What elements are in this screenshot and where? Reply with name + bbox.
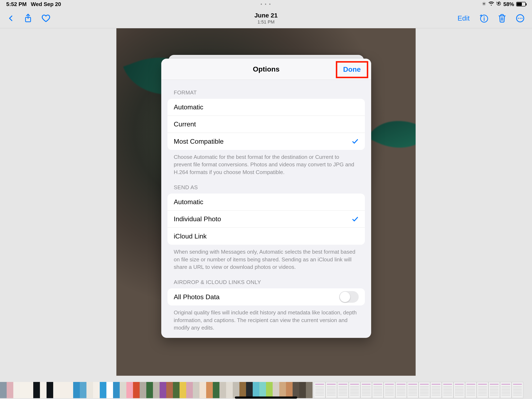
done-button[interactable]: Done — [339, 62, 365, 76]
thumbnail[interactable] — [13, 382, 20, 398]
info-button[interactable] — [479, 14, 488, 23]
thumbnail[interactable] — [418, 382, 430, 398]
thumbnail[interactable] — [106, 382, 113, 398]
thumbnail[interactable] — [213, 382, 219, 398]
status-right: 58% — [482, 1, 526, 7]
thumbnail[interactable] — [47, 382, 53, 398]
thumbnail[interactable] — [372, 382, 384, 398]
thumbnail[interactable] — [395, 382, 407, 398]
thumbnail[interactable] — [60, 382, 66, 398]
thumbnail[interactable] — [20, 382, 27, 398]
thumbnail[interactable] — [160, 382, 166, 398]
thumbnail[interactable] — [453, 382, 465, 398]
thumbnail-strip[interactable] — [0, 376, 532, 399]
thumbnail[interactable] — [0, 382, 7, 398]
thumbnail[interactable] — [80, 382, 86, 398]
thumbnail[interactable] — [337, 382, 349, 398]
thumbnail[interactable] — [246, 382, 253, 398]
thumbnail[interactable] — [266, 382, 273, 398]
thumbnail[interactable] — [279, 382, 286, 398]
thumbnail[interactable] — [512, 382, 523, 398]
thumbnail[interactable] — [66, 382, 73, 398]
row-label: Most Compatible — [174, 138, 224, 145]
thumbnail[interactable] — [206, 382, 213, 398]
delete-button[interactable] — [498, 14, 506, 23]
thumbnail[interactable] — [219, 382, 226, 398]
thumbnail[interactable] — [299, 382, 306, 398]
thumbnail[interactable] — [407, 382, 418, 398]
thumbnail[interactable] — [133, 382, 140, 398]
thumbnail[interactable] — [349, 382, 360, 398]
row-format-automatic[interactable]: Automatic — [167, 99, 365, 116]
thumbnail[interactable] — [430, 382, 442, 398]
thumbnail[interactable] — [200, 382, 206, 398]
thumbnail[interactable] — [360, 382, 372, 398]
thumbnail[interactable] — [442, 382, 453, 398]
thumbnail[interactable] — [465, 382, 477, 398]
thumbnail[interactable] — [166, 382, 173, 398]
thumbnail[interactable] — [153, 382, 160, 398]
orientation-lock-icon — [496, 1, 501, 7]
share-button[interactable] — [24, 13, 32, 23]
thumbnail[interactable] — [126, 382, 133, 398]
thumbnail[interactable] — [27, 382, 33, 398]
thumbnail[interactable] — [384, 382, 395, 398]
toggle-all-photos-data[interactable] — [339, 291, 359, 303]
photo-time: 1:51 PM — [254, 19, 278, 25]
row-sendas-individual-photo[interactable]: Individual Photo — [167, 211, 365, 228]
thumbnail[interactable] — [140, 382, 146, 398]
thumbnail[interactable] — [193, 382, 200, 398]
thumbnail[interactable] — [293, 382, 299, 398]
thumbnail[interactable] — [113, 382, 120, 398]
thumbnail[interactable] — [259, 382, 266, 398]
thumbnail[interactable] — [120, 382, 126, 398]
thumbnail[interactable] — [86, 382, 93, 398]
thumbnail[interactable] — [239, 382, 246, 398]
thumbnail[interactable] — [233, 382, 239, 398]
thumbnail[interactable] — [100, 382, 106, 398]
thumbnail[interactable] — [325, 382, 337, 398]
back-button[interactable] — [7, 14, 14, 23]
row-label: Individual Photo — [174, 215, 221, 223]
thumbnail[interactable] — [477, 382, 488, 398]
thumbnail[interactable] — [314, 382, 325, 398]
thumbnail[interactable] — [40, 382, 47, 398]
thumbnail[interactable] — [33, 382, 40, 398]
thumbnail[interactable] — [7, 382, 13, 398]
row-all-photos-data[interactable]: All Photos Data — [167, 288, 365, 305]
thumbnail[interactable] — [226, 382, 233, 398]
multitask-dots[interactable]: • • • — [261, 2, 271, 7]
thumbnail[interactable] — [286, 382, 293, 398]
thumbnail[interactable] — [500, 382, 512, 398]
edit-button[interactable]: Edit — [457, 14, 470, 22]
thumbnail[interactable] — [146, 382, 153, 398]
svg-point-8 — [521, 18, 522, 19]
thumbnail[interactable] — [173, 382, 180, 398]
more-button[interactable] — [516, 14, 525, 23]
battery-percent: 58% — [503, 1, 514, 7]
row-format-most-compatible[interactable]: Most Compatible — [167, 133, 365, 150]
section-footer-format: Choose Automatic for the best format for… — [161, 150, 371, 176]
row-label: Automatic — [174, 198, 203, 206]
thumbnail[interactable] — [488, 382, 500, 398]
thumbnail[interactable] — [73, 382, 80, 398]
status-left: 5:52 PM Wed Sep 20 — [6, 1, 61, 7]
thumbnail[interactable] — [53, 382, 60, 398]
thumbnail[interactable] — [180, 382, 186, 398]
photo-date-header[interactable]: June 21 1:51 PM — [254, 12, 278, 25]
favorite-button[interactable] — [42, 14, 50, 23]
thumbnail[interactable] — [186, 382, 193, 398]
row-sendas-icloud-link[interactable]: iCloud Link — [167, 228, 365, 245]
thumbnail[interactable] — [93, 382, 100, 398]
status-time: 5:52 PM — [6, 1, 27, 7]
svg-point-0 — [483, 3, 485, 4]
thumbnail[interactable] — [273, 382, 279, 398]
row-sendas-automatic[interactable]: Automatic — [167, 193, 365, 211]
row-label: Automatic — [174, 103, 203, 111]
row-label: iCloud Link — [174, 232, 207, 240]
thumbnail[interactable] — [253, 382, 259, 398]
home-indicator[interactable] — [235, 397, 297, 399]
row-format-current[interactable]: Current — [167, 116, 365, 133]
thumbnail[interactable] — [306, 382, 313, 398]
svg-point-4 — [484, 16, 484, 17]
